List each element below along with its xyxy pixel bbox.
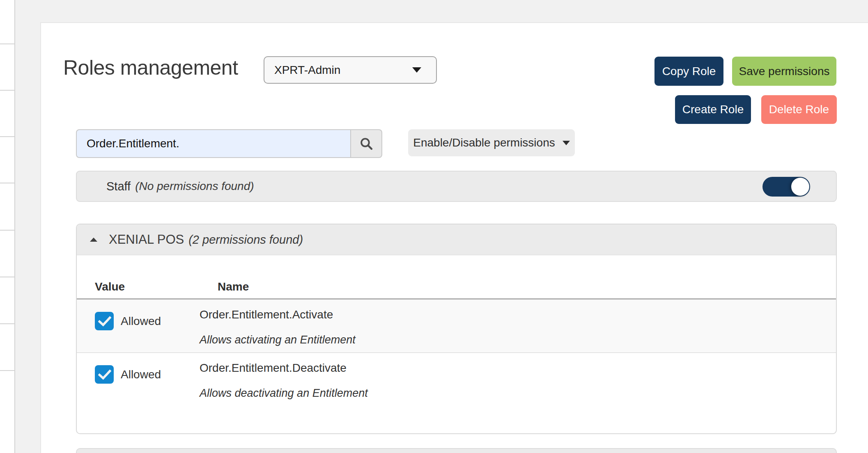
staff-permissions-toggle[interactable]: [762, 177, 810, 197]
sidebar-divider: [0, 370, 14, 371]
save-permissions-button[interactable]: Save permissions: [732, 57, 836, 86]
search-button[interactable]: [351, 129, 382, 158]
sidebar-divider: [0, 136, 14, 137]
roles-management-card: Roles management XPRT-Admin Copy Role Sa…: [40, 22, 868, 453]
role-select-dropdown[interactable]: XPRT-Admin: [264, 56, 437, 84]
sidebar-divider: [0, 43, 14, 44]
permission-name: Order.Entitlement.Activate: [200, 308, 836, 322]
permissions-table-header: Value Name: [77, 255, 836, 298]
name-cell: Order.Entitlement.Deactivate Allows deac…: [200, 353, 836, 407]
collapse-caret-up-icon[interactable]: [90, 238, 97, 242]
column-header-value: Value: [95, 280, 125, 293]
role-select-value: XPRT-Admin: [274, 64, 340, 77]
permission-search-group: [76, 129, 382, 158]
section-name: Staff: [106, 180, 131, 193]
permission-description: Allows activating an Entitlement: [200, 333, 836, 346]
value-cell: Allowed: [77, 300, 200, 352]
table-row: Allowed Order.Entitlement.Activate Allow…: [77, 300, 836, 353]
sidebar-divider: [0, 183, 14, 183]
toggle-knob: [791, 178, 809, 196]
section-header-xenial-pos[interactable]: XENIAL POS (2 permissions found): [77, 224, 836, 255]
copy-role-button[interactable]: Copy Role: [654, 57, 723, 86]
permission-description: Allows deactivating an Entitlement: [200, 387, 836, 400]
caret-down-icon: [412, 67, 421, 73]
create-role-button[interactable]: Create Role: [675, 95, 751, 124]
delete-role-button[interactable]: Delete Role: [761, 95, 837, 124]
allowed-label: Allowed: [121, 312, 161, 330]
section-panel-xenial-pos: XENIAL POS (2 permissions found) Value N…: [76, 224, 837, 434]
allowed-checkbox-checked[interactable]: [95, 365, 114, 384]
section-name: XENIAL POS: [109, 232, 184, 247]
permission-search-input[interactable]: [76, 129, 351, 158]
permission-name: Order.Entitlement.Deactivate: [200, 361, 836, 375]
enable-disable-permissions-dropdown[interactable]: Enable/Disable permissions: [408, 129, 575, 156]
sidebar-edge: [0, 0, 15, 453]
allowed-label: Allowed: [121, 365, 161, 384]
sidebar-divider: [0, 277, 14, 277]
enable-disable-label: Enable/Disable permissions: [413, 136, 555, 149]
section-header-staff[interactable]: Staff (No permissions found): [76, 171, 837, 202]
column-header-name: Name: [218, 280, 249, 293]
allowed-checkbox-checked[interactable]: [95, 312, 114, 330]
sidebar-divider: [0, 230, 14, 231]
page-title: Roles management: [63, 56, 238, 80]
name-cell: Order.Entitlement.Activate Allows activa…: [200, 300, 836, 352]
section-note: (2 permissions found): [188, 233, 303, 247]
sidebar-divider: [0, 323, 14, 324]
caret-down-icon: [563, 141, 570, 145]
value-cell: Allowed: [77, 353, 200, 407]
sidebar-divider: [0, 90, 14, 91]
table-row: Allowed Order.Entitlement.Deactivate All…: [77, 353, 836, 407]
next-section-header-partial[interactable]: [76, 448, 837, 453]
search-icon: [359, 136, 374, 151]
section-note: (No permissions found): [135, 180, 254, 193]
